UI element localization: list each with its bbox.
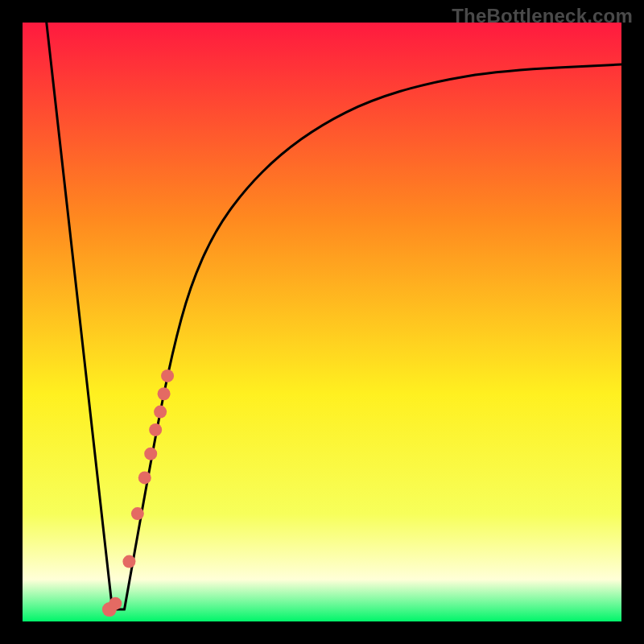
chart-frame: TheBottleneck.com bbox=[0, 0, 644, 644]
gradient-background bbox=[23, 23, 621, 621]
marker-dot bbox=[149, 423, 162, 436]
bottleneck-chart bbox=[23, 23, 621, 621]
marker-dot bbox=[158, 387, 171, 400]
marker-dot bbox=[109, 597, 122, 610]
watermark-text: TheBottleneck.com bbox=[452, 5, 633, 27]
marker-dot bbox=[131, 507, 144, 520]
marker-dot bbox=[154, 406, 167, 419]
marker-dot bbox=[161, 369, 174, 382]
marker-dot bbox=[122, 555, 135, 568]
marker-dot bbox=[144, 448, 157, 460]
plot-area bbox=[23, 23, 621, 621]
marker-dot bbox=[138, 471, 151, 484]
